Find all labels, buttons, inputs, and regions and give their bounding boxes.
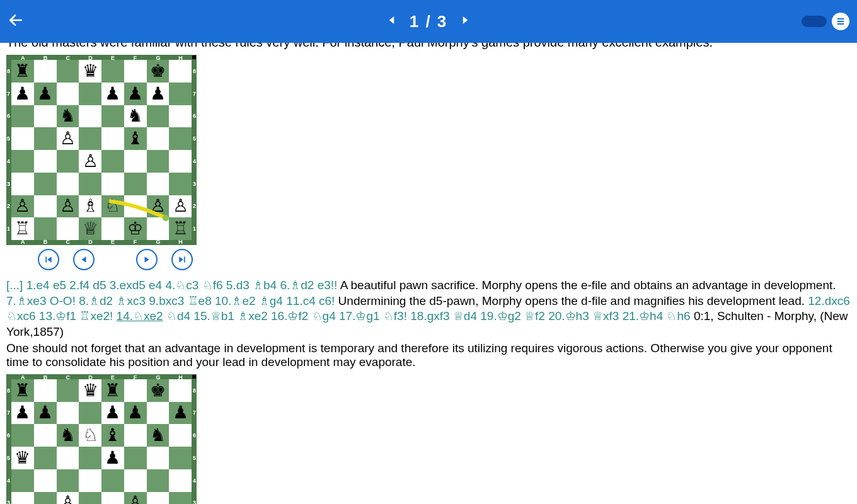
next-move-button[interactable] <box>136 249 158 270</box>
next-page-button[interactable] <box>459 14 470 28</box>
annotation: A beautiful pawn sacrifice. Morphy opens… <box>340 278 836 292</box>
toggle-switch[interactable] <box>802 16 827 27</box>
back-button[interactable] <box>8 12 24 31</box>
chess-board-2[interactable]: ♜♛♜♚♟♟♟♟♟♞♘♝♞♛♟♙♙ AABBCCDDEEFFGGHH887766… <box>6 374 197 504</box>
app-bar: 1 / 3 <box>0 0 857 43</box>
moves-segment[interactable]: [...] 1.e4 e5 2.f4 d5 3.exd5 e4 4.♘c3 ♘f… <box>6 278 337 292</box>
move-list[interactable]: [...] 1.e4 e5 2.f4 d5 3.exd5 e4 4.♘c3 ♘f… <box>6 278 857 340</box>
page-counter: 1 / 3 <box>410 12 448 32</box>
svg-rect-5 <box>45 256 47 262</box>
annotation: Undermining the d5-pawn, Morphy opens th… <box>338 294 805 307</box>
svg-rect-6 <box>184 256 185 262</box>
moves-segment[interactable]: ♘d4 15.♕b1 ♗xe2 16.♔f2 ♘g4 17.♔g1 ♘f3! 1… <box>166 309 691 323</box>
playback-controls <box>38 249 857 270</box>
closing-text: One should not forget that an advantage … <box>6 341 857 369</box>
intro-text: The old masters were familiar with these… <box>6 43 857 50</box>
prev-page-button[interactable] <box>387 14 398 28</box>
list-icon[interactable] <box>832 13 849 30</box>
last-move-button[interactable] <box>171 249 193 270</box>
chess-board-1[interactable]: ♜♛♚♟♟♟♟♟♞♞♙♝♙♙♙♗♘♙♙♖♕♔♖ AABBCCDDEEFFGGHH… <box>6 55 197 245</box>
first-move-button[interactable] <box>38 249 59 270</box>
current-move[interactable]: 14.♘xe2 <box>117 309 163 323</box>
main-content: The old masters were familiar with these… <box>0 43 857 504</box>
moves-segment[interactable]: 7.♗xe3 O-O! 8.♗d2 ♗xc3 9.bxc3 ♖e8 10.♗e2… <box>6 294 335 307</box>
prev-move-button[interactable] <box>73 249 95 270</box>
